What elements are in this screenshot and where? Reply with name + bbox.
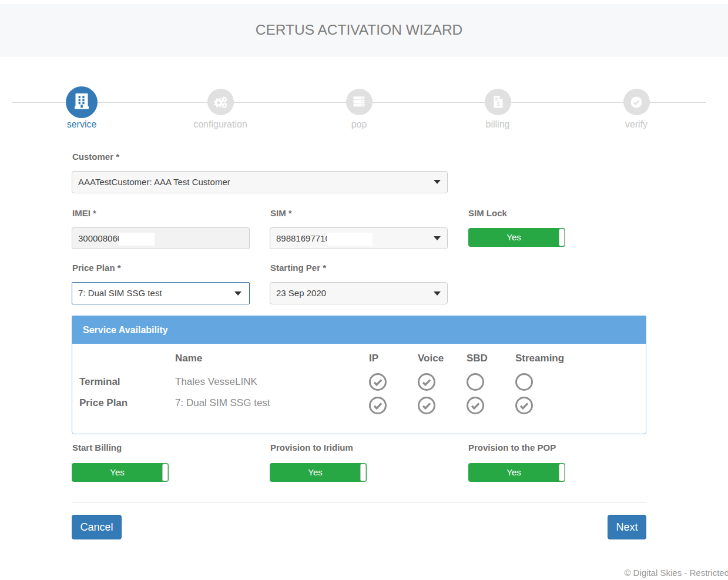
svg-text:$: $ — [496, 100, 500, 107]
